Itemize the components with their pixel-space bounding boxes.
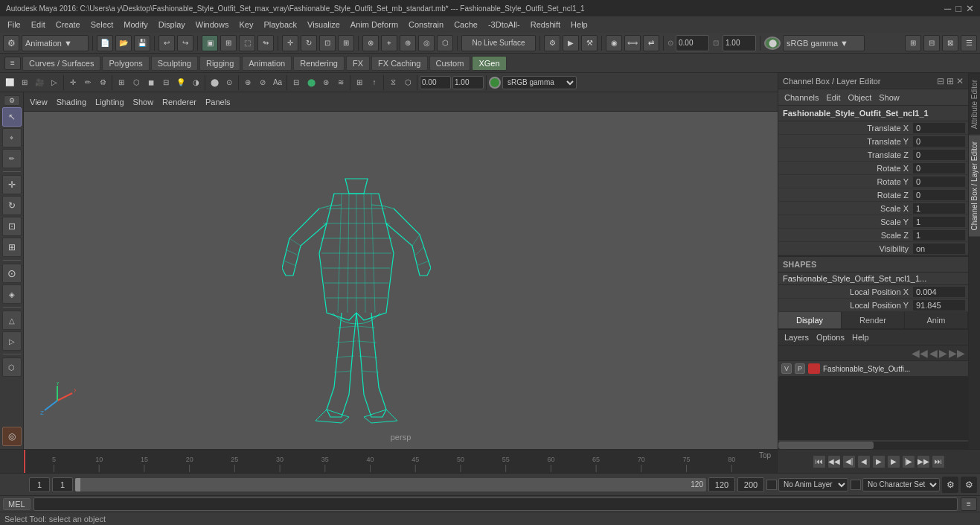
select-by-component-button[interactable]: ⊞	[220, 35, 237, 51]
command-line-input[interactable]	[33, 497, 958, 511]
vp-aa-button[interactable]: Aa	[271, 75, 284, 90]
module-curves-surfaces[interactable]: Curves / Surfaces	[22, 56, 100, 71]
module-bar-settings[interactable]: ≡	[4, 57, 21, 70]
viewport-canvas[interactable]: X Y Z persp	[24, 112, 778, 449]
channel-box-tab-item[interactable]: Channel Box / Layer Editor	[969, 135, 980, 237]
current-frame-input[interactable]	[52, 477, 73, 492]
vp-xray-button[interactable]: ⬤	[208, 75, 221, 90]
menu-cache[interactable]: Cache	[449, 19, 482, 31]
vp-hud-button[interactable]: ⊟	[289, 75, 303, 90]
vp-scale-input[interactable]	[452, 76, 484, 89]
soft-mod-button[interactable]: ⊙	[2, 264, 22, 283]
transform-tool-button[interactable]: ⊞	[338, 35, 354, 51]
end-frame-input[interactable]	[708, 477, 735, 492]
tab-display[interactable]: Display	[778, 312, 842, 328]
channel-box-scrollbar[interactable]	[778, 442, 968, 449]
vp-texture-button[interactable]: ⊟	[159, 75, 173, 90]
module-xgen[interactable]: XGen	[472, 56, 506, 71]
vp-panels-menu[interactable]: Panels	[202, 96, 234, 108]
module-custom[interactable]: Custom	[429, 56, 471, 71]
module-animation[interactable]: Animation	[242, 56, 292, 71]
total-frames-input[interactable]	[737, 477, 764, 492]
minimize-button[interactable]: ─	[944, 3, 951, 14]
channel-row-translate-z[interactable]: Translate Z 0	[778, 148, 968, 162]
channel-row-visibility[interactable]: Visibility on	[778, 242, 968, 255]
vp-wireframe-on-shaded[interactable]: ⊞	[353, 75, 366, 90]
channel-row-rotate-z[interactable]: Rotate Z 0	[778, 188, 968, 202]
vp-solid-button[interactable]: ◼	[144, 75, 158, 90]
vp-normals-button[interactable]: ↑	[368, 75, 381, 90]
vp-shading-menu[interactable]: Shading	[54, 96, 89, 108]
menu-create[interactable]: Create	[51, 19, 85, 31]
vp-cam-button[interactable]: 🎥	[33, 75, 46, 90]
prev-frame-button[interactable]: ◀|	[842, 455, 856, 468]
vp-grid-button[interactable]: ⊞	[115, 75, 128, 90]
home-view-button[interactable]: ◎	[2, 427, 22, 446]
tool4-button[interactable]: ▷	[2, 331, 22, 351]
menu-key[interactable]: Key	[234, 19, 257, 31]
window-controls[interactable]: ─ □ ✕	[944, 3, 974, 14]
mel-language-indicator[interactable]: MEL	[3, 498, 31, 510]
vp-lighting-menu[interactable]: Lighting	[92, 96, 127, 108]
menu-modify[interactable]: Modify	[119, 19, 152, 31]
attribute-editor-tab-item[interactable]: Attribute Editor	[969, 73, 980, 135]
snap-curve-button[interactable]: ⌖	[381, 35, 397, 51]
menu-redshift[interactable]: Redshift	[526, 19, 565, 31]
vp-paint-button[interactable]: ✏	[81, 75, 95, 90]
vp-motion-blur-button[interactable]: ≋	[334, 75, 348, 90]
undo-button[interactable]: ↩	[158, 35, 175, 51]
snap-point-button[interactable]: ⊕	[400, 35, 416, 51]
redo-button[interactable]: ↪	[177, 35, 193, 51]
tab-anim[interactable]: Anim	[905, 312, 968, 328]
tab-render[interactable]: Render	[842, 312, 905, 328]
module-fx-caching[interactable]: FX Caching	[371, 56, 427, 71]
settings-icon[interactable]: ⚙	[3, 35, 19, 51]
channel-row-local-pos-y[interactable]: Local Position Y 91.845	[778, 299, 968, 312]
animation-start-input[interactable]	[29, 477, 50, 492]
layer-color-swatch[interactable]	[808, 363, 820, 374]
menu-display[interactable]: Display	[154, 19, 190, 31]
timeline-track[interactable]: Top 5 10 15 20 25 30 35 40 45 50 55	[24, 450, 777, 473]
next-frame-button[interactable]: |▶	[902, 455, 915, 468]
module-fx[interactable]: FX	[346, 56, 370, 71]
vp-deformer-button[interactable]: ⧖	[386, 75, 400, 90]
move-tool-button-left[interactable]: ✛	[2, 175, 22, 194]
vp-color-button[interactable]: ⬤	[304, 75, 318, 90]
anim-prefs-button[interactable]: ⚙	[961, 477, 977, 493]
menu-edit[interactable]: Edit	[27, 19, 50, 31]
vp-settings-button[interactable]: ⚙	[96, 75, 109, 90]
module-polygons[interactable]: Polygons	[102, 56, 149, 71]
layer-nav-right-button[interactable]: ▶▶	[949, 347, 965, 359]
vp-show-menu[interactable]: Show	[130, 96, 157, 108]
attribute-editor-icon[interactable]: ⊟	[923, 35, 940, 51]
prev-key-button[interactable]: ◀	[857, 455, 871, 468]
cb-collapse-button[interactable]: ⊟	[937, 76, 944, 86]
select-tool-button-left[interactable]: ↖	[2, 107, 22, 127]
close-button[interactable]: ✕	[966, 3, 974, 14]
vp-snap-button[interactable]: ⊕	[241, 75, 254, 90]
show-manip-button[interactable]: ◈	[2, 284, 22, 304]
channel-row-translate-y[interactable]: Translate Y 0	[778, 135, 968, 148]
tool5-button[interactable]: ⬡	[2, 357, 22, 377]
animation-dropdown[interactable]: Animation ▼	[22, 35, 89, 51]
play-forward-button[interactable]: ▶	[872, 455, 885, 468]
autokey-button[interactable]: ⚙	[942, 477, 958, 493]
select-tool-button[interactable]: ▣	[202, 35, 218, 51]
snap-live-surface-button[interactable]: ⬡	[437, 35, 453, 51]
layer-help-menu[interactable]: Help	[849, 331, 872, 343]
cb-show-menu[interactable]: Show	[876, 92, 903, 104]
gamma-dropdown[interactable]: sRGB gamma ▼	[783, 35, 865, 51]
layer-type-button[interactable]: P	[795, 363, 805, 374]
vp-resolution-button[interactable]: ⊘	[256, 75, 269, 90]
vp-renderer-menu[interactable]: Renderer	[159, 96, 199, 108]
menu-select[interactable]: Select	[86, 19, 118, 31]
tool-settings-icon[interactable]: ⊞	[905, 35, 921, 51]
module-sculpting[interactable]: Sculpting	[151, 56, 198, 71]
layer-item[interactable]: V P Fashionable_Style_Outfi...	[778, 361, 968, 377]
rotate-tool-button-left[interactable]: ↻	[2, 196, 22, 215]
move-tool-button[interactable]: ✛	[282, 35, 298, 51]
step-back-button[interactable]: ◀◀	[827, 455, 841, 468]
scale-tool-button-left[interactable]: ⊡	[2, 217, 22, 236]
vp-view-menu[interactable]: View	[27, 96, 51, 108]
menu-windows[interactable]: Windows	[191, 19, 234, 31]
